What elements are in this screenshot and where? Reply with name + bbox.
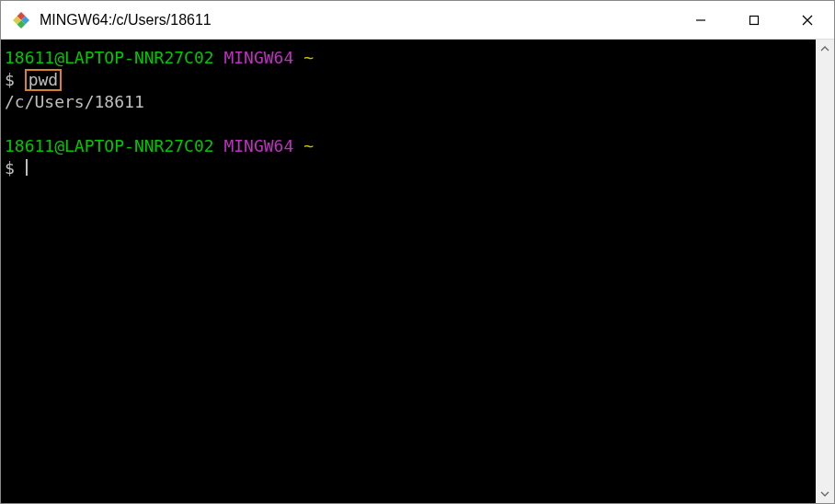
- chevron-down-icon: [820, 489, 829, 498]
- svg-rect-7: [750, 16, 759, 24]
- close-icon: [801, 14, 814, 27]
- titlebar[interactable]: MINGW64:/c/Users/18611: [1, 1, 834, 40]
- command-output: /c/Users/18611: [5, 92, 144, 111]
- prompt-userhost: 18611@LAPTOP-NNR27C02: [5, 48, 214, 67]
- prompt-dollar: $: [5, 70, 15, 89]
- git-bash-icon: [12, 11, 30, 29]
- chevron-up-icon: [820, 44, 829, 53]
- prompt-userhost: 18611@LAPTOP-NNR27C02: [5, 136, 214, 155]
- prompt-path: ~: [303, 136, 314, 155]
- maximize-icon: [748, 14, 761, 27]
- command-text: pwd: [29, 70, 59, 89]
- prompt-dollar: $: [5, 158, 15, 178]
- scroll-up-button[interactable]: [816, 40, 834, 58]
- terminal[interactable]: 18611@LAPTOP-NNR27C02 MINGW64 ~ $ pwd /c…: [1, 40, 816, 503]
- terminal-wrapper: 18611@LAPTOP-NNR27C02 MINGW64 ~ $ pwd /c…: [1, 40, 834, 503]
- window: MINGW64:/c/Users/18611 18611@LAPTOP-NNR2…: [0, 0, 835, 504]
- prompt-env: MINGW64: [223, 136, 293, 155]
- window-title: MINGW64:/c/Users/18611: [40, 12, 674, 29]
- highlighted-command: pwd: [25, 69, 63, 91]
- text-cursor: [26, 159, 28, 176]
- close-button[interactable]: [781, 1, 834, 39]
- scroll-down-button[interactable]: [816, 485, 834, 503]
- scrollbar[interactable]: [816, 40, 834, 503]
- maximize-button[interactable]: [727, 1, 781, 39]
- window-controls: [674, 1, 834, 39]
- minimize-icon: [694, 14, 707, 27]
- minimize-button[interactable]: [674, 1, 727, 39]
- prompt-path: ~: [303, 48, 314, 67]
- prompt-env: MINGW64: [223, 48, 293, 67]
- scroll-track[interactable]: [816, 58, 834, 485]
